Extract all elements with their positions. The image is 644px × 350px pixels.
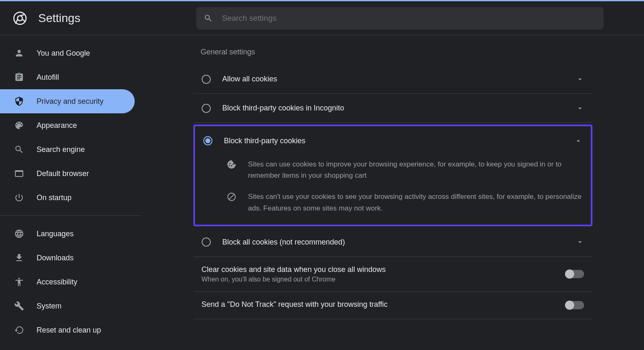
restore-icon [14,325,24,335]
toggle-switch[interactable] [566,270,584,278]
search-icon [204,14,213,23]
sidebar-item-label: Accessibility [37,278,77,286]
sidebar-item-label: Appearance [37,121,77,130]
sidebar-item-label: Languages [37,230,74,238]
option-label: Block third-party cookies in Incognito [222,104,576,113]
sidebar-item-autofill[interactable]: Autofill [0,65,135,89]
sidebar-item-accessibility[interactable]: Accessibility [0,270,135,294]
sidebar-item-reset[interactable]: Reset and clean up [0,318,135,342]
radio-button-selected[interactable] [203,136,212,145]
option-label: Block third-party cookies [224,137,574,145]
toggle-title: Clear cookies and site data when you clo… [202,265,566,274]
shield-icon [14,96,24,106]
option-block-third-party-incognito[interactable]: Block third-party cookies in Incognito [193,94,592,123]
chevron-down-icon [576,104,584,113]
chrome-icon [13,12,27,25]
radio-button[interactable] [202,104,211,113]
chevron-down-icon [576,75,584,83]
power-icon [14,193,24,203]
chevron-down-icon [576,238,584,246]
toggle-do-not-track: Send a "Do Not Track" request with your … [193,292,592,319]
sidebar-item-label: Downloads [37,254,74,262]
main-content: General settings Allow all cookies Block… [141,35,644,350]
chevron-up-icon [574,137,582,145]
detail-text: Sites can use cookies to improve your br… [248,159,582,181]
option-label: Allow all cookies [222,75,576,83]
sidebar-item-downloads[interactable]: Downloads [0,246,135,270]
sidebar-item-label: On startup [37,193,72,202]
search-box[interactable] [196,7,604,29]
sidebar-item-label: Default browser [37,169,89,178]
section-label: General settings [193,48,592,56]
option-block-third-party[interactable]: Block third-party cookies [195,126,591,155]
search-input[interactable] [222,14,596,23]
svg-point-1 [17,16,22,21]
wrench-icon [14,301,24,311]
person-icon [14,48,24,58]
sidebar-item-privacy-security[interactable]: Privacy and security [0,89,135,113]
sidebar: You and Google Autofill Privacy and secu… [0,35,141,350]
highlighted-option-block-third-party: Block third-party cookies Sites can use … [193,125,592,226]
sidebar-item-label: Reset and clean up [37,326,101,335]
toggle-subtitle: When on, you'll also be signed out of Ch… [202,276,566,283]
globe-icon [14,229,24,239]
sidebar-item-languages[interactable]: Languages [0,222,135,246]
download-icon [14,253,24,263]
sidebar-divider [0,215,141,216]
radio-button[interactable] [202,237,211,247]
search-icon [14,144,24,154]
sidebar-item-system[interactable]: System [0,294,135,318]
expanded-details: Sites can use cookies to improve your br… [195,155,591,225]
cookie-icon [227,159,237,169]
header: Settings [0,1,644,35]
sidebar-item-appearance[interactable]: Appearance [0,113,135,137]
clipboard-icon [14,72,24,82]
sidebar-item-label: You and Google [37,49,90,58]
browser-icon [14,169,24,179]
sidebar-item-label: Privacy and security [37,97,104,106]
detail-text: Sites can't use your cookies to see your… [248,191,582,213]
block-icon [227,192,237,202]
toggle-title: Send a "Do Not Track" request with your … [202,300,566,309]
sidebar-item-label: Search engine [37,145,85,154]
toggle-switch[interactable] [566,301,584,309]
palette-icon [14,120,24,130]
sidebar-item-you-and-google[interactable]: You and Google [0,41,135,65]
page-title: Settings [38,12,196,25]
option-allow-all-cookies[interactable]: Allow all cookies [193,65,592,94]
sidebar-item-on-startup[interactable]: On startup [0,186,135,210]
option-label: Block all cookies (not recommended) [222,238,576,247]
option-block-all-cookies[interactable]: Block all cookies (not recommended) [193,228,592,257]
sidebar-item-default-browser[interactable]: Default browser [0,162,135,186]
sidebar-item-label: Autofill [37,73,59,82]
accessibility-icon [14,277,24,287]
sidebar-item-search-engine[interactable]: Search engine [0,137,135,162]
toggle-clear-cookies: Clear cookies and site data when you clo… [193,257,592,292]
sidebar-item-label: System [37,302,62,311]
radio-button[interactable] [202,75,211,84]
